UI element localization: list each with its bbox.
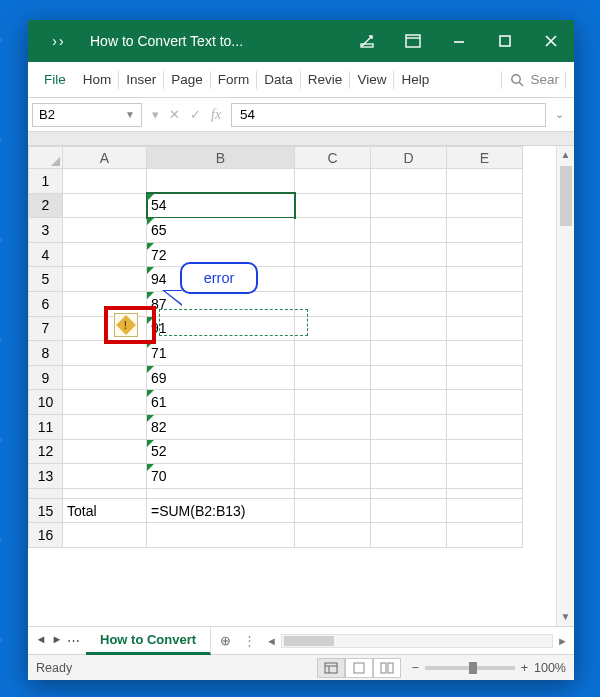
cell-A12[interactable] [63,439,147,464]
row-header-16[interactable]: 16 [29,523,63,548]
cell-E4[interactable] [447,242,523,267]
cell-C12[interactable] [295,439,371,464]
cell-E9[interactable] [447,365,523,390]
vertical-scrollbar[interactable]: ▲ ▼ [556,146,574,626]
cell-A9[interactable] [63,365,147,390]
tab-review[interactable]: Revie [303,62,348,98]
cell-E11[interactable] [447,414,523,439]
cell-E2[interactable] [447,193,523,218]
cell-D5[interactable] [371,267,447,292]
cell-C11[interactable] [295,414,371,439]
cell-D12[interactable] [371,439,447,464]
cell-B9[interactable]: 69 [147,365,295,390]
cell-C14[interactable] [295,488,371,498]
row-header-13[interactable]: 13 [29,464,63,489]
cell-E5[interactable] [447,267,523,292]
cell-B2[interactable]: 54 [147,193,295,218]
cell-grid[interactable]: A B C D E 1 254 365 472 594 687 791 871 … [28,146,523,548]
tab-insert[interactable]: Inser [121,62,161,98]
cell-D8[interactable] [371,341,447,366]
view-page-layout-button[interactable] [345,658,373,678]
cell-C8[interactable] [295,341,371,366]
cell-D1[interactable] [371,169,447,194]
cell-C3[interactable] [295,218,371,243]
view-page-break-button[interactable] [373,658,401,678]
col-header-C[interactable]: C [295,147,371,169]
cell-A2[interactable] [63,193,147,218]
row-header-4[interactable]: 4 [29,242,63,267]
row-header-12[interactable]: 12 [29,439,63,464]
horizontal-scrollbar[interactable]: ◄► [260,634,574,648]
scroll-up-icon[interactable]: ▲ [557,146,574,164]
enter-icon[interactable]: ✓ [190,107,201,122]
cell-E3[interactable] [447,218,523,243]
close-button[interactable] [528,20,574,62]
new-sheet-button[interactable]: ⊕ [211,633,239,648]
cell-B15[interactable]: =SUM(B2:B13) [147,498,295,523]
cell-D10[interactable] [371,390,447,415]
row-header-7[interactable]: 7 [29,316,63,341]
cell-D6[interactable] [371,291,447,316]
autohide-ribbon-icon[interactable] [344,20,390,62]
cell-E6[interactable] [447,291,523,316]
cell-D7[interactable] [371,316,447,341]
cell-B11[interactable]: 82 [147,414,295,439]
cell-A11[interactable] [63,414,147,439]
cell-D3[interactable] [371,218,447,243]
cell-B8[interactable]: 71 [147,341,295,366]
col-header-D[interactable]: D [371,147,447,169]
cell-C10[interactable] [295,390,371,415]
row-header-6[interactable]: 6 [29,291,63,316]
col-header-E[interactable]: E [447,147,523,169]
cancel-icon[interactable]: ✕ [169,107,180,122]
cell-B12[interactable]: 52 [147,439,295,464]
formula-input[interactable]: 54 [231,103,546,127]
row-header-9[interactable]: 9 [29,365,63,390]
col-header-A[interactable]: A [63,147,147,169]
view-normal-button[interactable] [317,658,345,678]
cell-E1[interactable] [447,169,523,194]
tab-home[interactable]: Hom [78,62,117,98]
cell-D11[interactable] [371,414,447,439]
row-header-1[interactable]: 1 [29,169,63,194]
cell-E7[interactable] [447,316,523,341]
cell-A8[interactable] [63,341,147,366]
row-header-5[interactable]: 5 [29,267,63,292]
scroll-thumb[interactable] [560,166,572,226]
name-box[interactable]: B2 ▼ [32,103,142,127]
ellipsis-icon[interactable]: ⋮ [239,633,260,648]
cell-A13[interactable] [63,464,147,489]
tab-page-layout[interactable]: Page [166,62,208,98]
row-header-14[interactable] [29,488,63,498]
tell-me-search[interactable]: Sear [499,71,568,89]
cell-B10[interactable]: 61 [147,390,295,415]
tab-formulas[interactable]: Form [213,62,255,98]
cell-E14[interactable] [447,488,523,498]
minimize-button[interactable] [436,20,482,62]
row-header-15[interactable]: 15 [29,498,63,523]
cell-D14[interactable] [371,488,447,498]
cell-E10[interactable] [447,390,523,415]
cell-C5[interactable] [295,267,371,292]
col-header-B[interactable]: B [147,147,295,169]
ellipsis-icon[interactable]: ⋯ [66,633,80,648]
cell-D9[interactable] [371,365,447,390]
cell-A4[interactable] [63,242,147,267]
row-header-10[interactable]: 10 [29,390,63,415]
cell-D13[interactable] [371,464,447,489]
tab-help[interactable]: Help [396,62,434,98]
cell-C1[interactable] [295,169,371,194]
zoom-slider[interactable] [425,666,515,670]
cell-E16[interactable] [447,523,523,548]
maximize-button[interactable] [482,20,528,62]
row-header-2[interactable]: 2 [29,193,63,218]
select-all-corner[interactable] [29,147,63,169]
cell-A10[interactable] [63,390,147,415]
row-header-3[interactable]: 3 [29,218,63,243]
cell-E12[interactable] [447,439,523,464]
scroll-down-icon[interactable]: ▼ [557,608,574,626]
cell-A5[interactable] [63,267,147,292]
cell-B14[interactable] [147,488,295,498]
expand-formula-bar-icon[interactable]: ⌄ [550,108,568,121]
ribbon-display-icon[interactable] [390,20,436,62]
